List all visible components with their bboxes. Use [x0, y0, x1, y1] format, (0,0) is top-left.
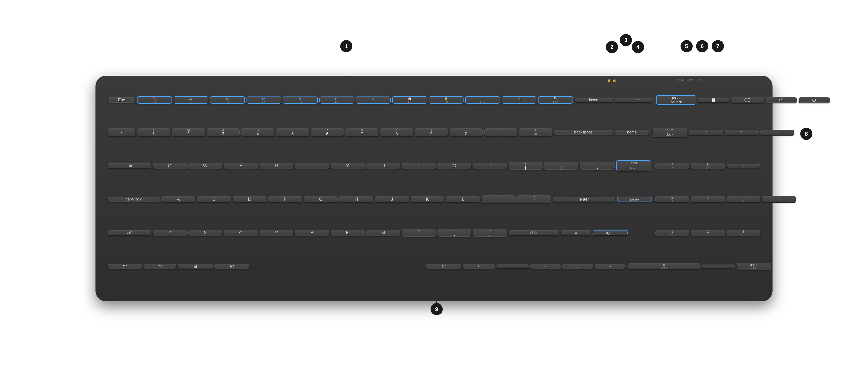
key-k[interactable]: K — [410, 196, 444, 202]
key-f6[interactable]: ⏭ F6 — [319, 96, 354, 104]
key-copilot[interactable]: ✦ — [463, 264, 495, 269]
key-num-enter[interactable]: enter delete — [737, 262, 771, 270]
key-tab[interactable]: tab — [107, 163, 151, 168]
key-num-dot[interactable]: . — [701, 264, 735, 268]
key-5[interactable]: % 5 — [276, 128, 309, 136]
key-n[interactable]: N — [331, 230, 365, 236]
key-0[interactable]: ) 0 — [450, 128, 483, 136]
key-shift-left[interactable]: shift — [107, 230, 151, 235]
key-minus[interactable]: _ − — [484, 128, 517, 136]
key-l[interactable]: L — [446, 196, 480, 202]
key-end[interactable]: endhome — [616, 160, 651, 171]
key-insert[interactable]: insert — [575, 98, 613, 102]
key-r[interactable]: R — [259, 163, 293, 169]
key-a[interactable]: A — [161, 196, 195, 202]
key-s[interactable]: S — [197, 196, 231, 202]
key-d[interactable]: D — [232, 196, 267, 202]
key-f9[interactable]: 🔒 F9 — [429, 96, 464, 104]
key-num-8[interactable]: 8 pg up — [691, 163, 725, 169]
key-capslock[interactable]: caps lock — [107, 197, 160, 202]
key-v[interactable]: V — [259, 230, 293, 236]
key-f1[interactable]: 🔇 F1 — [137, 96, 172, 104]
key-f12[interactable]: 🔍 F12 — [538, 96, 573, 104]
key-close-bracket[interactable]: } ] — [544, 162, 578, 169]
key-delete[interactable]: delete — [615, 98, 653, 102]
key-f2[interactable]: 🔉 F2 — [174, 96, 208, 104]
key-f7[interactable]: 🖥 F7 — [356, 96, 391, 104]
key-c[interactable]: C — [224, 230, 258, 236]
key-e[interactable]: E — [224, 163, 258, 169]
key-t[interactable]: T — [295, 163, 329, 169]
key-tilde[interactable]: ~ ` — [107, 128, 135, 136]
key-calc[interactable]: 📋 — [698, 98, 729, 102]
key-equals[interactable]: + = — [519, 128, 552, 136]
key-q[interactable]: Q — [153, 163, 187, 169]
key-o[interactable]: O — [437, 163, 471, 169]
key-num-1[interactable]: 1 end — [655, 230, 689, 236]
key-period[interactable]: > . — [437, 229, 471, 237]
key-7[interactable]: & 7 — [345, 128, 378, 136]
key-1[interactable]: ! 1 — [137, 128, 170, 136]
key-num-plus[interactable]: + — [762, 196, 796, 202]
key-semicolon[interactable]: : ; — [482, 195, 516, 203]
key-down[interactable]: ↓ — [562, 264, 593, 269]
key-9[interactable]: ( 9 — [415, 128, 448, 136]
key-backslash[interactable]: | \ — [580, 162, 615, 169]
key-j[interactable]: J — [375, 196, 409, 202]
key-numlock[interactable]: numlock — [653, 128, 687, 137]
key-2[interactable]: @ 2 — [172, 128, 205, 136]
key-backspace[interactable]: backspace — [554, 130, 613, 135]
key-6[interactable]: ^ 6 — [311, 128, 344, 136]
key-fn[interactable]: fn — [144, 264, 176, 269]
key-f8[interactable]: 🏠 F8 — [392, 96, 427, 104]
key-slash[interactable]: ? / — [473, 229, 507, 237]
key-f5[interactable]: ⏯ F5 — [283, 96, 318, 104]
key-pgup[interactable]: pg up — [617, 197, 652, 202]
key-w[interactable]: W — [188, 163, 222, 169]
key-g[interactable]: G — [304, 196, 338, 202]
key-f11[interactable]: 📷 F11 — [502, 96, 536, 104]
key-h[interactable]: H — [339, 196, 373, 202]
key-num-slash[interactable]: / — [689, 130, 723, 135]
key-menu[interactable]: ☰ — [496, 264, 529, 268]
key-y[interactable]: Y — [331, 163, 365, 169]
key-open-bracket[interactable]: { [ — [509, 162, 542, 169]
key-num-4[interactable]: 4 ◀ — [655, 196, 689, 202]
key-num-9[interactable]: 9 — [726, 164, 761, 167]
key-num-2[interactable]: 2 ▼ — [691, 230, 725, 236]
key-esc[interactable]: Esc 🔒 — [107, 97, 135, 102]
key-enter[interactable]: enter — [553, 197, 615, 202]
key-prtsc[interactable]: prt scscr lock — [656, 95, 696, 104]
key-pgdn[interactable]: pg dn — [593, 230, 627, 235]
key-f4[interactable]: ⏮ F4 — [247, 96, 281, 104]
key-alt-left[interactable]: alt — [214, 264, 249, 269]
key-right[interactable]: → — [595, 264, 625, 269]
key-num-asterisk[interactable]: * — [725, 130, 758, 135]
key-plusminus[interactable]: +/− — [766, 97, 797, 102]
key-alt-right[interactable]: alt — [426, 264, 461, 269]
key-f3[interactable]: 🔊 F3 — [210, 96, 245, 104]
key-comma[interactable]: < , — [402, 229, 436, 237]
key-num-6[interactable]: 6 ▶ — [726, 196, 761, 202]
key-home[interactable]: home — [615, 130, 649, 135]
key-z[interactable]: Z — [153, 230, 187, 236]
key-f[interactable]: F — [268, 196, 302, 202]
key-win[interactable]: ⊞ — [178, 264, 213, 269]
key-b[interactable]: B — [295, 230, 329, 236]
key-up[interactable]: ∧ — [561, 230, 591, 235]
key-num-5[interactable]: 5 — — [691, 196, 725, 202]
key-x[interactable]: X — [188, 230, 222, 236]
key-i[interactable]: I — [402, 163, 436, 169]
key-num-7[interactable]: 7 ▲ — [655, 163, 689, 169]
key-4[interactable]: $ 4 — [241, 128, 274, 136]
key-3[interactable]: # 3 — [207, 128, 240, 136]
key-shift-right[interactable]: shift — [509, 230, 559, 235]
key-space[interactable] — [251, 266, 425, 266]
key-num-3[interactable]: 3 pg dn — [726, 230, 761, 236]
key-f10[interactable]: ⬛ F10 — [465, 96, 500, 104]
key-power[interactable]: ⏻ — [799, 97, 830, 102]
key-left[interactable]: ← — [530, 264, 561, 269]
key-ctrl-left[interactable]: ctrl — [107, 264, 142, 269]
key-m[interactable]: M — [366, 230, 400, 236]
key-8[interactable]: * 8 — [380, 128, 413, 136]
